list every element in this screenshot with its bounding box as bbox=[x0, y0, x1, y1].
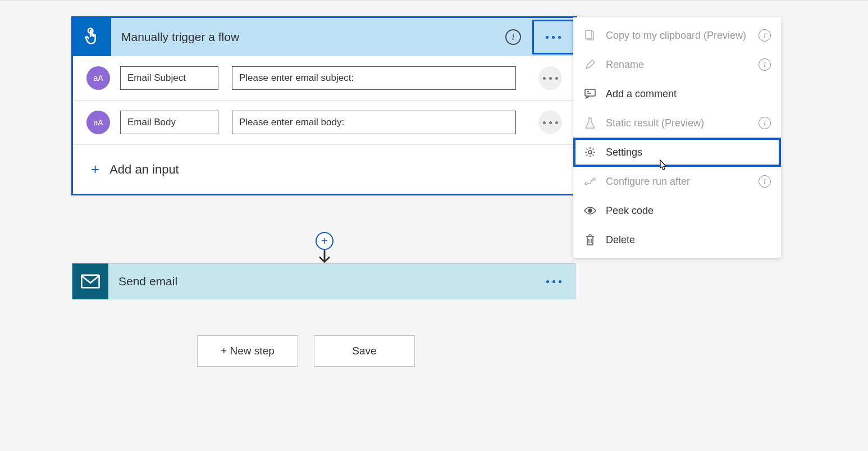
info-icon[interactable]: i bbox=[505, 29, 521, 45]
send-email-icon bbox=[72, 263, 108, 299]
new-step-button[interactable]: + New step bbox=[197, 335, 298, 367]
arrow-down-icon bbox=[317, 249, 332, 265]
action-card[interactable]: Send email bbox=[72, 263, 575, 299]
text-input-icon: aA bbox=[86, 66, 110, 90]
clipboard-icon bbox=[583, 29, 597, 42]
menu-label: Copy to my clipboard (Preview) bbox=[606, 30, 759, 42]
svg-rect-2 bbox=[81, 275, 99, 288]
run-after-icon bbox=[583, 175, 597, 188]
trash-icon bbox=[583, 233, 597, 247]
menu-delete[interactable]: Delete bbox=[573, 225, 781, 254]
info-icon[interactable]: i bbox=[759, 29, 771, 42]
input-name-field[interactable] bbox=[120, 66, 218, 90]
menu-label: Delete bbox=[606, 234, 771, 246]
menu-copy-clipboard: Copy to my clipboard (Preview) i bbox=[573, 21, 781, 50]
menu-static-result: Static result (Preview) i bbox=[573, 108, 781, 138]
input-name-field[interactable] bbox=[120, 111, 218, 134]
menu-label: Add a comment bbox=[606, 88, 771, 100]
trigger-card: Manually trigger a flow i aA aA + Add an bbox=[71, 16, 577, 195]
comment-icon bbox=[583, 87, 597, 101]
save-button[interactable]: Save bbox=[314, 335, 415, 367]
trigger-more-button[interactable] bbox=[532, 20, 574, 54]
action-title: Send email bbox=[118, 275, 546, 288]
gear-icon bbox=[583, 145, 597, 159]
input-placeholder-field[interactable] bbox=[232, 66, 516, 90]
plus-icon: + bbox=[91, 161, 99, 178]
menu-add-comment[interactable]: Add a comment bbox=[573, 79, 781, 108]
svg-rect-4 bbox=[586, 30, 592, 39]
action-more-button[interactable] bbox=[546, 280, 561, 283]
flask-icon bbox=[583, 116, 597, 130]
input-placeholder-field[interactable] bbox=[232, 111, 516, 134]
trigger-header[interactable]: Manually trigger a flow i bbox=[73, 18, 575, 56]
eye-icon bbox=[583, 204, 597, 217]
input-row-more-button[interactable] bbox=[538, 66, 562, 90]
menu-rename: Rename i bbox=[573, 50, 781, 79]
menu-label: Rename bbox=[606, 59, 759, 71]
input-row-more-button[interactable] bbox=[538, 111, 562, 134]
trigger-input-row: aA bbox=[73, 101, 575, 145]
svg-point-10 bbox=[593, 178, 595, 180]
menu-settings[interactable]: Settings bbox=[573, 138, 781, 167]
add-input-button[interactable]: + Add an input bbox=[73, 145, 575, 194]
svg-point-11 bbox=[588, 209, 592, 212]
trigger-input-row: aA bbox=[73, 56, 575, 101]
menu-peek-code[interactable]: Peek code bbox=[573, 196, 781, 225]
add-input-label: Add an input bbox=[109, 162, 179, 177]
info-icon[interactable]: i bbox=[759, 58, 771, 71]
menu-label: Static result (Preview) bbox=[606, 117, 759, 129]
footer-buttons: + New step Save bbox=[197, 335, 415, 367]
menu-label: Settings bbox=[606, 147, 771, 158]
trigger-manual-icon bbox=[73, 18, 111, 56]
add-step-between-button[interactable]: + bbox=[316, 232, 334, 250]
connector: + bbox=[316, 232, 334, 265]
menu-label: Configure run after bbox=[606, 176, 759, 188]
pencil-icon bbox=[583, 58, 597, 71]
svg-point-8 bbox=[588, 151, 592, 154]
menu-configure-run-after: Configure run after i bbox=[573, 167, 781, 196]
svg-rect-5 bbox=[585, 89, 595, 96]
trigger-title: Manually trigger a flow bbox=[121, 30, 505, 44]
text-input-icon: aA bbox=[86, 111, 110, 134]
info-icon[interactable]: i bbox=[759, 175, 771, 188]
context-menu: Copy to my clipboard (Preview) i Rename … bbox=[573, 17, 781, 258]
svg-point-9 bbox=[585, 183, 587, 185]
menu-label: Peek code bbox=[606, 205, 771, 217]
info-icon[interactable]: i bbox=[759, 117, 771, 129]
